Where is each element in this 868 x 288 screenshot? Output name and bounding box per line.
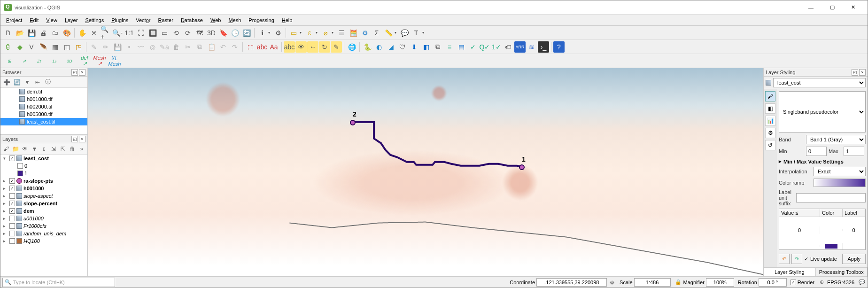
blue-lines-icon[interactable]: ≋: [526, 41, 537, 53]
zoom-last-icon[interactable]: ⟲: [170, 27, 182, 39]
hcmgis-icon[interactable]: 🛡: [397, 41, 408, 53]
attribute-table-icon[interactable]: ☰: [336, 27, 347, 39]
select-features-icon[interactable]: ▭: [288, 27, 299, 39]
menu-view[interactable]: View: [42, 16, 61, 24]
layer-item[interactable]: 1: [0, 170, 87, 177]
layer-item[interactable]: ▸u001000: [0, 215, 87, 222]
new-bookmark-icon[interactable]: 🔖: [217, 27, 229, 39]
menu-help[interactable]: Help: [278, 16, 296, 24]
refresh-icon[interactable]: 🔄: [241, 27, 252, 39]
transparency-tab-icon[interactable]: ◧: [765, 103, 775, 114]
suffix-input[interactable]: [796, 193, 866, 202]
label-show-icon[interactable]: 👁: [295, 41, 307, 53]
layers-visibility-icon[interactable]: 👁: [21, 145, 29, 153]
new-spatialite-icon[interactable]: 🪶: [38, 41, 49, 53]
layer-visibility-checkbox[interactable]: ✓: [9, 156, 15, 161]
layer-visibility-checkbox[interactable]: ✓: [9, 201, 15, 206]
class-color-swatch[interactable]: [825, 244, 837, 249]
zoom-layer-icon[interactable]: ▭: [159, 27, 170, 39]
data-source-icon[interactable]: 🛢: [2, 41, 14, 53]
layers-collapse-icon[interactable]: ⇱: [59, 145, 67, 153]
new-geopackage-icon[interactable]: ◆: [14, 41, 25, 53]
zoom-native-icon[interactable]: 1:1: [124, 27, 135, 39]
crayfish-icon[interactable]: ◐: [373, 41, 385, 53]
layer-item[interactable]: ▸✓ra-slope-pts: [0, 177, 87, 185]
browser-properties-icon[interactable]: ⓘ: [44, 78, 52, 86]
new-memory-icon[interactable]: ▦: [49, 41, 61, 53]
styling-undock-icon[interactable]: ◱: [852, 69, 858, 76]
layer-visibility-checkbox[interactable]: ✓: [9, 178, 15, 184]
styling-close-icon[interactable]: ×: [859, 69, 866, 76]
modify-attrs-icon[interactable]: ✎a: [159, 41, 170, 53]
menu-mesh[interactable]: Mesh: [225, 16, 245, 24]
coord-input[interactable]: [536, 278, 607, 287]
digitize-icon[interactable]: 〰: [135, 41, 147, 53]
label-move-icon[interactable]: ↔: [307, 41, 318, 53]
label-rotate-icon[interactable]: ↻: [319, 41, 330, 53]
class-value-cell[interactable]: 0: [779, 226, 820, 234]
menu-vector[interactable]: Vector: [132, 16, 154, 24]
statistics-icon[interactable]: Σ: [371, 27, 382, 39]
label-toolbar-2-icon[interactable]: abc: [256, 41, 268, 53]
layer-item[interactable]: ▸slope-aspect: [0, 192, 87, 200]
pan-to-selection-icon[interactable]: ⤧: [88, 27, 100, 39]
layers-remove-icon[interactable]: 🗑: [69, 145, 76, 153]
style-redo-button[interactable]: ↷: [791, 254, 802, 264]
layer-item[interactable]: ▸random_unis_dem: [0, 230, 87, 237]
history-tab-icon[interactable]: ↺: [765, 140, 775, 150]
band-select[interactable]: Band 1 (Gray): [806, 135, 866, 144]
menu-processing[interactable]: Processing: [245, 16, 278, 24]
measure-icon[interactable]: 📏: [383, 27, 394, 39]
symbology-tab-icon[interactable]: 🖌: [765, 91, 775, 101]
expand-icon[interactable]: ▸: [3, 186, 8, 191]
layer-item[interactable]: ▸Fr1000cfs: [0, 222, 87, 230]
menu-raster[interactable]: Raster: [154, 16, 177, 24]
rendering-tab-icon[interactable]: ⚙: [765, 128, 775, 138]
layer-item[interactable]: ▸✓h001000: [0, 185, 87, 192]
point-1[interactable]: [519, 164, 525, 170]
temporal-controller-icon[interactable]: 🕓: [229, 27, 240, 39]
rot-input[interactable]: [759, 278, 787, 287]
text-annotation-icon[interactable]: T: [411, 27, 422, 39]
mesh-grid-icon[interactable]: ⊞: [3, 55, 16, 67]
label-toolbar-1-icon[interactable]: ⬚: [245, 41, 256, 53]
layers-expr-icon[interactable]: ε: [40, 145, 47, 153]
apply-button[interactable]: Apply: [842, 254, 866, 264]
layers-close-icon[interactable]: ×: [79, 136, 85, 142]
layer-item[interactable]: ▾✓least_cost: [0, 155, 87, 162]
tab-layer-styling[interactable]: Layer Styling: [764, 268, 816, 276]
layer-item[interactable]: ▸✓slope-percent: [0, 200, 87, 207]
undo-icon[interactable]: ↶: [217, 41, 229, 53]
expand-icon[interactable]: ▸: [3, 194, 8, 198]
arr-icon[interactable]: ARR: [514, 41, 526, 53]
renderer-select[interactable]: Singleband pseudocolor: [779, 91, 866, 132]
zoom-selection-icon[interactable]: 🔲: [147, 27, 158, 39]
menu-settings[interactable]: Settings: [81, 16, 108, 24]
select-by-value-icon[interactable]: ε: [304, 27, 315, 39]
current-edits-icon[interactable]: ✎: [88, 41, 100, 53]
browser-item[interactable]: least_cost.tif: [0, 118, 87, 125]
mesh-13-icon[interactable]: 1₃: [48, 55, 61, 67]
lock-scale-icon[interactable]: 🔒: [674, 279, 682, 286]
zoom-in-icon[interactable]: 🔍+: [100, 27, 111, 39]
close-button[interactable]: ✕: [843, 1, 864, 14]
help-icon[interactable]: ?: [553, 41, 565, 53]
terminal-icon[interactable]: ›_: [538, 41, 549, 53]
layers-style-icon[interactable]: 🖌: [2, 145, 10, 153]
zoom-full-icon[interactable]: ⛶: [135, 27, 147, 39]
save-edits-icon[interactable]: 💾: [112, 41, 123, 53]
map-tips-icon[interactable]: 💬: [399, 27, 410, 39]
layer-item[interactable]: ▸✓dem: [0, 207, 87, 215]
new-3d-map-icon[interactable]: 3D: [206, 27, 217, 39]
blueplugin1-icon[interactable]: ◧: [420, 41, 432, 53]
layer-visibility-checkbox[interactable]: [9, 231, 15, 236]
expand-icon[interactable]: ▾: [3, 156, 8, 161]
tuflow-3-icon[interactable]: ▤: [456, 41, 467, 53]
browser-filter-icon[interactable]: ▼: [23, 78, 31, 86]
paste-features-icon[interactable]: 📋: [206, 41, 217, 53]
expand-icon[interactable]: ▸: [3, 179, 8, 183]
layers-expand-icon[interactable]: ⇲: [50, 145, 57, 153]
python-console-icon[interactable]: 🐍: [362, 41, 373, 53]
browser-item[interactable]: dem.tif: [0, 88, 87, 95]
zoom-out-icon[interactable]: 🔍-: [112, 27, 123, 39]
